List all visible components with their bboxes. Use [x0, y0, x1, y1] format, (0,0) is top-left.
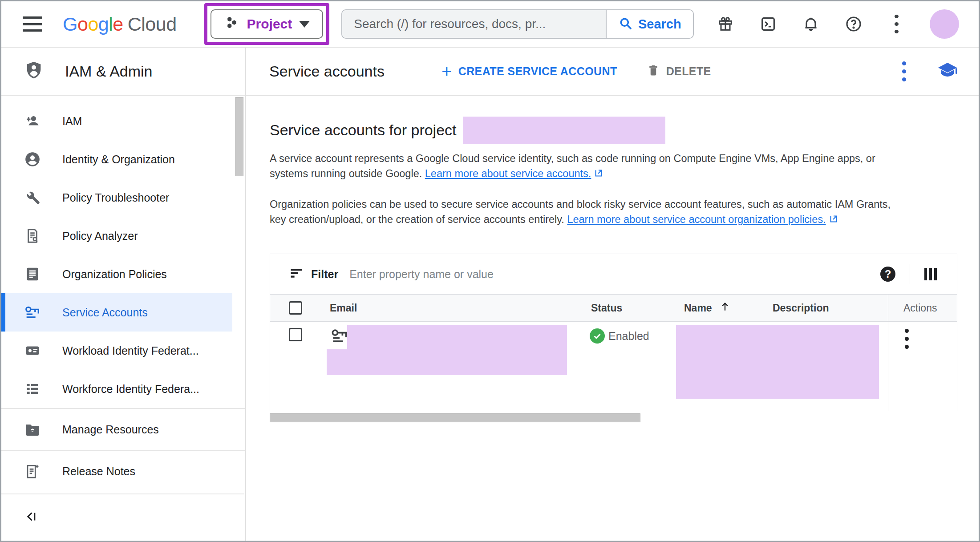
global-search: Search: [341, 9, 694, 39]
column-header-status[interactable]: Status: [582, 302, 675, 314]
service-account-key-icon: [330, 326, 349, 348]
sidebar-scrollbar-thumb[interactable]: [235, 97, 243, 176]
page-content: Service accounts for project A service a…: [246, 116, 979, 422]
sidebar-item-workload-identity-federation[interactable]: Workload Identity Federat...: [1, 332, 245, 370]
cloud-shell-icon[interactable]: [759, 15, 778, 33]
plus-icon: +: [441, 65, 452, 78]
search-icon: [619, 16, 633, 32]
divider: [910, 264, 910, 284]
select-all-checkbox[interactable]: [289, 301, 302, 315]
project-selector-button[interactable]: Project: [211, 9, 324, 39]
main-panel: Service accounts + CREATE SERVICE ACCOUN…: [246, 48, 979, 541]
sidebar-item-release-notes[interactable]: Release Notes: [1, 451, 245, 492]
sidebar-item-identity-organization[interactable]: Identity & Organization: [1, 140, 245, 178]
status-badge: Enabled: [590, 328, 649, 344]
folder-gear-icon: [24, 421, 41, 438]
sidebar-item-manage-resources[interactable]: Manage Resources: [1, 409, 245, 450]
collapse-panel-icon[interactable]: [24, 509, 39, 526]
trash-icon: [647, 63, 660, 80]
external-link-icon: [829, 213, 838, 228]
service-account-key-icon: [24, 303, 41, 321]
intro-heading: Service accounts for project: [270, 116, 955, 144]
redacted-email-line1: [347, 325, 567, 349]
table-header-row: Email Status Name Descrip: [270, 294, 957, 322]
intro-paragraph-2: Organization policies can be used to sec…: [270, 197, 955, 228]
help-filled-icon[interactable]: ?: [880, 267, 895, 282]
filter-icon: [290, 267, 303, 281]
top-app-bar: Google Cloud Project: [1, 1, 979, 48]
row-checkbox[interactable]: [289, 328, 302, 341]
actions-column-divider: [888, 322, 888, 411]
chevron-down-icon: [299, 21, 310, 28]
sidebar-item-workforce-identity-federation[interactable]: Workforce Identity Federa...: [1, 370, 245, 408]
learn-more-service-accounts-link[interactable]: Learn more about service accounts.: [425, 168, 591, 179]
notifications-icon[interactable]: [802, 15, 820, 33]
column-header-email[interactable]: Email: [321, 302, 582, 314]
search-input[interactable]: [342, 10, 606, 38]
column-header-actions: Actions: [888, 295, 957, 321]
page-header: Service accounts + CREATE SERVICE ACCOUN…: [246, 48, 979, 96]
more-vert-icon[interactable]: [887, 15, 906, 33]
sort-ascending-arrow-icon: [719, 300, 731, 315]
sidebar-title: IAM & Admin: [65, 63, 153, 80]
gcp-console-window: Google Cloud Project: [0, 0, 980, 542]
select-all-checkbox-cell: [270, 301, 321, 315]
sidebar-item-organization-policies[interactable]: Organization Policies: [1, 255, 245, 293]
page-title: Service accounts: [269, 63, 385, 80]
help-icon[interactable]: [844, 15, 863, 33]
redacted-email-line2: [327, 349, 567, 375]
service-accounts-table-card: Filter ? Email Status: [270, 254, 957, 411]
school-icon[interactable]: [937, 60, 958, 83]
iam-shield-icon: [24, 60, 44, 82]
horizontal-scrollbar-thumb[interactable]: [270, 413, 640, 422]
list-icon: [24, 380, 41, 398]
sidebar-nav: IAM Identity & Organization Policy Troub…: [1, 96, 245, 492]
filter-bar: Filter ?: [270, 254, 957, 294]
iam-admin-sidebar: IAM & Admin IAM Identity & Organi: [1, 48, 246, 541]
redacted-project-name: [463, 117, 665, 144]
row-actions-menu-icon[interactable]: [905, 329, 918, 349]
account-circle-icon: [24, 150, 41, 168]
column-chooser-icon[interactable]: [924, 268, 937, 280]
project-selector-label: Project: [247, 16, 292, 32]
project-selector-highlight-frame: Project: [204, 3, 330, 45]
redacted-name-description: [676, 325, 879, 399]
badge-card-icon: [24, 342, 41, 360]
sidebar-item-policy-troubleshooter[interactable]: Policy Troubleshooter: [1, 178, 245, 217]
filter-label: Filter: [311, 268, 338, 281]
search-button[interactable]: Search: [606, 10, 693, 38]
wrench-icon: [24, 189, 41, 206]
table-row: Enabled: [270, 322, 957, 411]
external-link-icon: [594, 167, 603, 182]
column-header-name[interactable]: Name: [675, 300, 764, 315]
person-add-icon: [24, 112, 41, 130]
more-vert-icon[interactable]: [902, 61, 920, 81]
main-menu-icon[interactable]: [23, 16, 42, 32]
sidebar-item-policy-analyzer[interactable]: Policy Analyzer: [1, 217, 245, 255]
delete-button[interactable]: DELETE: [647, 63, 711, 80]
gift-icon[interactable]: [716, 15, 735, 33]
create-service-account-button[interactable]: + CREATE SERVICE ACCOUNT: [441, 65, 617, 78]
filter-input[interactable]: [349, 268, 880, 281]
sidebar-header: IAM & Admin: [1, 48, 245, 96]
release-notes-icon: [24, 462, 41, 480]
google-cloud-logo[interactable]: Google Cloud: [63, 13, 177, 35]
check-circle-icon: [590, 328, 605, 344]
sidebar-item-service-accounts[interactable]: Service Accounts: [1, 293, 232, 332]
avatar[interactable]: [930, 9, 959, 39]
hexagon-cluster-icon: [224, 15, 240, 33]
topbar-actions: [716, 9, 979, 39]
sidebar-footer: [1, 493, 244, 541]
learn-more-org-policies-link[interactable]: Learn more about service account organiz…: [567, 214, 826, 225]
column-header-description[interactable]: Description: [764, 302, 888, 314]
intro-paragraph-1: A service account represents a Google Cl…: [270, 151, 955, 182]
doc-search-icon: [24, 227, 41, 245]
sidebar-item-iam[interactable]: IAM: [1, 102, 245, 140]
article-icon: [24, 265, 41, 283]
